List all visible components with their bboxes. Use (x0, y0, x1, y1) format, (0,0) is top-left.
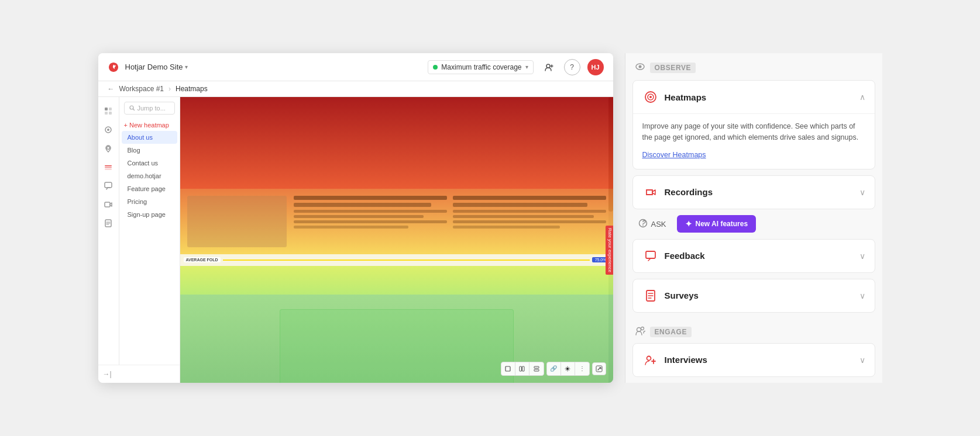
toolbar-view-btn-1[interactable] (501, 362, 515, 375)
text-line (294, 196, 447, 200)
sidebar-item-pricing[interactable]: Pricing (122, 195, 177, 208)
search-placeholder: Jump to... (137, 105, 166, 112)
heatmap-red-zone (180, 97, 613, 188)
nav-icon-recording[interactable] (101, 198, 115, 212)
top-bar: Hotjar Demo Site ▾ Maximum traffic cover… (98, 53, 613, 81)
sidebar-item-contact[interactable]: Contact us (122, 157, 177, 169)
heatmap-middle-zone (180, 189, 613, 254)
svg-point-23 (638, 65, 641, 68)
recordings-header-left: Recordings (642, 184, 713, 200)
ask-button[interactable]: ASK (632, 215, 672, 233)
interviews-title: Interviews (665, 355, 707, 365)
svg-rect-18 (534, 366, 539, 368)
feedback-card-header[interactable]: Feedback ∨ (633, 240, 875, 272)
svg-rect-3 (105, 112, 108, 115)
back-button[interactable]: ← (108, 85, 115, 93)
traffic-label: Maximum traffic coverage (441, 63, 521, 71)
heatmap-text-col-1 (294, 196, 447, 247)
recordings-chevron-icon: ∨ (859, 188, 865, 197)
surveys-title: Surveys (665, 290, 699, 300)
sidebar-item-feature[interactable]: Feature page (122, 182, 177, 195)
breadcrumb-section: Heatmaps (176, 85, 208, 93)
recordings-icon (642, 184, 659, 200)
feedback-header-left: Feedback (642, 248, 705, 264)
surveys-card: Surveys ∨ (632, 279, 875, 313)
sidebar: Jump to... + New heatmap About us Blog C… (98, 97, 180, 383)
fold-label: AVERAGE FOLD (184, 257, 221, 262)
average-fold-bar: AVERAGE FOLD 75.0% (180, 254, 613, 266)
heatmap-text-cols (294, 196, 606, 247)
sidebar-search[interactable]: Jump to... (124, 102, 175, 115)
svg-point-26 (649, 96, 652, 98)
heatmap-image-placeholder (187, 196, 287, 247)
heatmaps-header-left: Heatmaps (642, 89, 707, 105)
toolbar-more-btn[interactable]: ⋮ (575, 362, 589, 375)
svg-point-20 (567, 368, 569, 369)
svg-point-33 (647, 356, 651, 360)
surveys-icon (642, 288, 659, 304)
add-user-button[interactable] (541, 59, 557, 75)
sidebar-list: Jump to... + New heatmap About us Blog C… (119, 97, 180, 365)
sidebar-item-demo[interactable]: demo.hotjar (122, 169, 177, 182)
toolbar-settings-btn[interactable] (561, 362, 575, 375)
traffic-badge[interactable]: Maximum traffic coverage ▾ (428, 60, 533, 74)
text-line (453, 226, 560, 229)
heatmap-yellow-zone (180, 266, 613, 295)
ask-icon (638, 219, 648, 230)
text-line (294, 226, 409, 229)
avatar: HJ (587, 59, 604, 75)
sidebar-item-blog[interactable]: Blog (122, 144, 177, 157)
svg-rect-10 (105, 169, 112, 170)
recordings-card-header[interactable]: Recordings ∨ (633, 176, 875, 209)
toolbar-link-standalone-btn[interactable] (592, 362, 606, 375)
toolbar-view-btn-2[interactable] (515, 362, 529, 375)
nav-icon-heatmap[interactable] (101, 123, 115, 137)
help-button[interactable]: ? (564, 59, 580, 75)
feedback-side-tab[interactable]: Rate your experience (606, 226, 613, 275)
text-line (453, 203, 588, 207)
outer-wrapper: Hotjar Demo Site ▾ Maximum traffic cover… (98, 53, 882, 383)
feedback-chevron-icon: ∨ (859, 251, 865, 261)
sidebar-item-signup[interactable]: Sign-up page (122, 208, 177, 221)
ask-label: ASK (651, 220, 666, 229)
toolbar-link-btn[interactable]: 🔗 (547, 362, 561, 375)
svg-rect-12 (105, 202, 110, 207)
nav-icon-home[interactable] (101, 104, 115, 118)
sidebar-expand-button[interactable]: →| (98, 365, 180, 383)
nav-icon-survey[interactable] (101, 216, 115, 230)
surveys-card-header[interactable]: Surveys ∨ (633, 279, 875, 312)
toolbar-view-btn-3[interactable] (529, 362, 544, 375)
site-selector[interactable]: Hotjar Demo Site ▾ (125, 63, 188, 71)
engage-icon (635, 326, 645, 338)
hotjar-logo[interactable] (108, 61, 119, 73)
sidebar-icons-col (98, 97, 119, 365)
heatmaps-icon (642, 89, 659, 105)
new-heatmap-button[interactable]: + New heatmap (119, 119, 180, 131)
text-line (294, 210, 447, 213)
nav-icon-location[interactable] (101, 141, 115, 155)
traffic-dot (433, 65, 438, 70)
text-line (294, 203, 432, 207)
interviews-card-header[interactable]: Interviews ∨ (633, 344, 875, 376)
observe-label: OBSERVE (650, 63, 696, 73)
app-window: Hotjar Demo Site ▾ Maximum traffic cover… (98, 53, 613, 383)
svg-point-7 (107, 147, 110, 150)
heatmaps-card-header[interactable]: Heatmaps ∧ (633, 81, 875, 113)
text-line (453, 210, 606, 213)
fold-line (223, 259, 590, 261)
surveys-header-left: Surveys (642, 288, 699, 304)
top-bar-right: Maximum traffic coverage ▾ ? HJ (428, 59, 603, 75)
feedback-title: Feedback (665, 251, 705, 261)
nav-icon-chat[interactable] (101, 179, 115, 193)
feedback-card: Feedback ∨ (632, 239, 875, 273)
sidebar-item-about-us[interactable]: About us (122, 131, 177, 144)
discover-heatmaps-link[interactable]: Discover Heatmaps (642, 151, 706, 159)
svg-point-0 (546, 64, 550, 68)
heatmaps-card: Heatmaps ∧ Improve any page of your site… (632, 80, 875, 169)
nav-icon-heatmap-active[interactable] (101, 160, 115, 174)
svg-rect-29 (646, 251, 655, 258)
new-ai-features-button[interactable]: ✦ New AI features (677, 215, 757, 233)
text-line (294, 215, 424, 218)
heatmap-green-box (280, 309, 514, 383)
text-line (294, 220, 447, 223)
